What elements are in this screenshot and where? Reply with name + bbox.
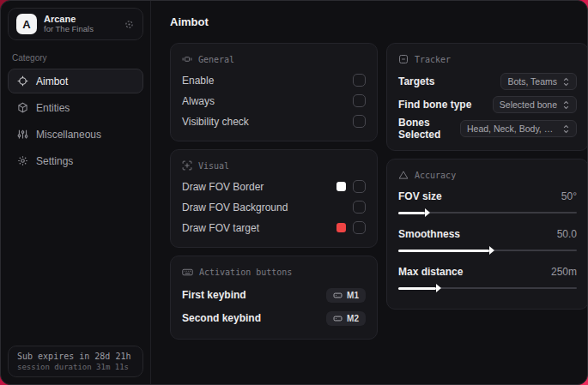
keybind-value: M2 [347,314,359,323]
card-title: Tracker [415,55,451,64]
select-value: Head, Neck, Body, Pe... [467,123,557,134]
setting-label: Draw FOV Border [182,181,264,193]
settings-target-icon[interactable] [124,19,135,30]
card-title: Visual [198,161,229,171]
sidebar-item-settings[interactable]: Settings [8,148,143,173]
setting-label: Second keybind [182,312,261,324]
setting-row-max-distance: Max distance 250m [398,262,577,281]
keyboard-icon [182,267,193,278]
setting-label: Find bone type [398,99,471,111]
card-title: Activation buttons [199,268,292,277]
sub-expiry-text: Sub expires in 28d 21h [17,352,134,361]
setting-label: Bones Selected [398,117,460,141]
sidebar-item-label: Miscellaneous [36,129,101,141]
subscription-status: Sub expires in 28d 21h session duration … [8,346,143,377]
sidebar-item-label: Settings [36,155,73,167]
keybind-value: M1 [347,291,359,300]
crosshair-icon [17,75,28,87]
setting-label: Max distance [398,266,463,278]
brand-subtitle: for The Finals [44,25,94,34]
tracker-icon [398,54,409,64]
targets-select[interactable]: Bots, Teams [500,73,577,90]
setting-row-fov-size: FOV size 50° [398,186,577,206]
fov-size-value: 50° [561,190,577,202]
cube-icon [17,102,28,113]
find-bone-type-select[interactable]: Selected bone [493,96,577,113]
setting-label: Smoothness [398,228,460,240]
category-label: Category [12,53,139,63]
select-value: Selected bone [500,99,557,110]
general-icon [182,54,192,64]
session-duration-text: session duration 31m 11s [17,363,134,371]
setting-label: Draw FOV Background [182,202,288,214]
setting-row-find-bone-type: Find bone type Selected bone [398,93,577,116]
always-checkbox[interactable] [353,94,366,107]
mouse-key-icon [333,314,342,323]
slider-fill [398,287,436,290]
slider-fill [398,212,425,214]
second-keybind-button[interactable]: M2 [326,311,366,326]
setting-row-draw-fov-target: Draw FOV target [182,218,366,238]
setting-label: First keybind [182,289,246,301]
setting-row-second-keybind: Second keybind M2 [182,307,366,329]
brand-card: A Arcane for The Finals [8,8,143,40]
chevron-updown-icon [562,124,570,134]
fov-border-color-swatch[interactable] [336,182,346,191]
setting-row-draw-fov-border: Draw FOV Border [182,177,366,196]
draw-fov-target-checkbox[interactable] [353,221,366,234]
select-value: Bots, Teams [507,76,557,87]
sidebar: A Arcane for The Finals Category Aimbot [1,1,151,384]
visual-card: Visual Draw FOV Border Draw FOV Backgrou… [170,149,378,248]
tracker-card: Tracker Targets Bots, Teams [386,43,588,151]
bones-selected-select[interactable]: Head, Neck, Body, Pe... [460,120,577,137]
setting-label: FOV size [398,190,442,202]
activation-buttons-card: Activation buttons First keybind M1 [170,256,378,340]
setting-label: Enable [182,75,214,87]
sidebar-item-label: Aimbot [36,75,68,87]
chevron-updown-icon [562,100,570,110]
sidebar-menu: Aimbot Entities Miscellaneous [8,69,143,173]
sidebar-item-entities[interactable]: Entities [8,95,143,120]
setting-label: Draw FOV target [182,222,259,234]
visibility-check-checkbox[interactable] [353,115,366,128]
draw-fov-border-checkbox[interactable] [353,180,366,193]
mouse-key-icon [333,291,342,300]
gear-icon [17,155,28,166]
main-content: Aimbot General Enable [151,1,588,384]
triangle-icon [398,170,409,180]
smoothness-slider[interactable] [398,246,577,256]
card-title: Accuracy [415,171,456,180]
sidebar-item-miscellaneous[interactable]: Miscellaneous [8,122,143,147]
max-distance-value: 250m [551,266,577,278]
setting-row-enable: Enable [182,70,366,90]
fov-target-color-swatch[interactable] [336,223,346,232]
fov-size-slider[interactable] [398,208,577,218]
first-keybind-button[interactable]: M1 [326,288,366,303]
setting-row-visibility-check: Visibility check [182,111,366,131]
setting-row-draw-fov-background: Draw FOV Background [182,197,366,217]
draw-fov-background-checkbox[interactable] [353,201,366,214]
setting-row-always: Always [182,91,366,111]
setting-row-smoothness: Smoothness 50.0 [398,224,577,244]
visual-icon [182,160,192,171]
smoothness-value: 50.0 [557,228,577,240]
setting-row-bones-selected: Bones Selected Head, Neck, Body, Pe... [398,117,577,141]
general-card: General Enable Always Visibility check [170,43,378,141]
brand-logo: A [16,14,37,34]
app-window: A Arcane for The Finals Category Aimbot [0,0,588,385]
brand-title: Arcane [44,14,94,25]
sidebar-item-aimbot[interactable]: Aimbot [8,69,143,93]
setting-label: Targets [398,75,434,87]
enable-checkbox[interactable] [353,74,366,87]
card-title: General [198,55,234,64]
setting-row-first-keybind: First keybind M1 [182,284,366,306]
chevron-updown-icon [562,77,570,87]
accuracy-card: Accuracy FOV size 50° Smoothness 50.0 [386,159,588,310]
slider-fill [398,250,489,252]
setting-label: Visibility check [182,116,249,128]
page-title: Aimbot [170,15,588,28]
setting-label: Always [182,95,215,107]
sidebar-item-label: Entities [36,102,70,114]
setting-row-targets: Targets Bots, Teams [398,70,577,93]
max-distance-slider[interactable] [398,284,577,293]
